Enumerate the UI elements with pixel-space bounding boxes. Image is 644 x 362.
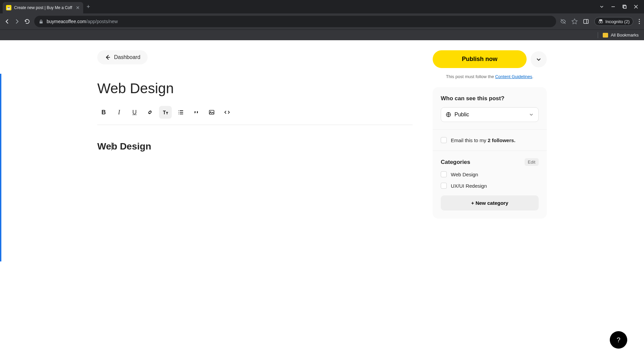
code-button[interactable] (221, 106, 233, 119)
address-bar: buymeacoffee.com/app/posts/new Incognito… (0, 13, 644, 29)
post-sidebar: Publish now This post must follow the Co… (433, 50, 547, 219)
text-size-icon (162, 109, 169, 116)
publish-options-button[interactable] (531, 51, 547, 67)
image-button[interactable] (205, 106, 218, 119)
visibility-select[interactable]: Public (441, 107, 539, 122)
svg-rect-1 (624, 6, 626, 8)
category-item: UX/UI Redesign (441, 183, 539, 189)
svg-point-8 (639, 23, 640, 24)
url-input[interactable]: buymeacoffee.com/app/posts/new (34, 16, 556, 27)
url-host: buymeacoffee.com (47, 19, 86, 24)
list-button[interactable] (174, 106, 187, 119)
window-controls (600, 5, 641, 9)
category-item: Web Design (441, 171, 539, 177)
chevron-down-icon (536, 57, 541, 62)
editor-toolbar: B I U (97, 106, 413, 125)
guideline-note: This post must follow the Content Guidel… (433, 74, 547, 79)
selection-edge (0, 74, 1, 261)
content-guidelines-link[interactable]: Content Guidelines (495, 74, 532, 79)
category-label: UX/UI Redesign (451, 183, 487, 189)
eye-off-icon[interactable] (560, 18, 566, 24)
back-label: Dashboard (114, 54, 140, 60)
divider (598, 32, 598, 38)
svg-point-5 (601, 21, 603, 23)
italic-button[interactable]: I (113, 106, 125, 119)
side-panel-icon[interactable] (583, 18, 589, 24)
link-button[interactable] (144, 106, 156, 119)
visibility-title: Who can see this post? (441, 95, 539, 102)
divider (433, 129, 547, 130)
category-label: Web Design (451, 172, 478, 177)
svg-rect-3 (584, 19, 588, 23)
folder-icon (603, 33, 608, 38)
lock-icon (39, 19, 43, 24)
new-tab-button[interactable]: + (87, 3, 90, 10)
help-button[interactable]: ? (610, 331, 627, 349)
underline-button[interactable]: U (128, 106, 141, 119)
browser-tools: Incognito (2) (560, 17, 640, 26)
page-body: Dashboard B I U (0, 40, 644, 362)
heading-button[interactable] (159, 106, 172, 119)
reload-icon[interactable] (24, 18, 30, 24)
close-window-icon[interactable] (634, 5, 638, 9)
email-checkbox[interactable] (441, 137, 447, 143)
visibility-value: Public (454, 112, 469, 118)
code-icon (224, 109, 230, 115)
bold-button[interactable]: B (97, 106, 110, 119)
bookmarks-bar: All Bookmarks (0, 29, 644, 40)
tab-title: Create new post | Buy Me a Coff (14, 5, 73, 10)
category-checkbox[interactable] (441, 171, 447, 177)
quote-button[interactable] (190, 106, 203, 119)
browser-tab-strip: ☕ Create new post | Buy Me a Coff ✕ + (0, 0, 644, 13)
content-heading: Web Design (97, 141, 413, 152)
divider (433, 150, 547, 151)
minimize-icon[interactable] (611, 5, 615, 9)
svg-rect-2 (40, 21, 43, 23)
categories-title: Categories (441, 159, 470, 166)
edit-categories-button[interactable]: Edit (525, 158, 539, 166)
svg-point-11 (178, 114, 179, 114)
email-label: Email this to my 2 followers. (451, 137, 516, 143)
editor-content[interactable]: Web Design (97, 141, 413, 152)
svg-point-6 (639, 19, 640, 20)
svg-point-9 (178, 110, 179, 111)
bookmarks-label[interactable]: All Bookmarks (611, 33, 639, 38)
chevron-down-icon (529, 112, 534, 117)
menu-icon[interactable] (639, 19, 640, 24)
globe-icon (446, 112, 451, 117)
incognito-icon (598, 19, 603, 24)
star-icon[interactable] (572, 18, 578, 24)
back-icon[interactable] (4, 18, 10, 24)
chevron-down-icon[interactable] (600, 5, 604, 9)
incognito-label: Incognito (2) (605, 19, 630, 24)
svg-point-4 (599, 21, 601, 23)
maximize-icon[interactable] (623, 5, 627, 9)
back-to-dashboard-button[interactable]: Dashboard (97, 50, 148, 64)
forward-icon[interactable] (14, 18, 20, 24)
quote-icon (193, 109, 199, 115)
browser-tab[interactable]: ☕ Create new post | Buy Me a Coff ✕ (3, 2, 83, 13)
heading-text-rest: Design (120, 141, 151, 152)
post-title-input[interactable] (97, 80, 413, 97)
text-cursor-icon (111, 142, 112, 150)
close-icon[interactable]: ✕ (76, 5, 80, 10)
list-icon (178, 109, 184, 115)
url-path: /app/posts/new (86, 19, 118, 24)
email-followers-row: Email this to my 2 followers. (441, 137, 539, 143)
settings-panel: Who can see this post? Public Email this… (433, 87, 547, 219)
editor-column: Dashboard B I U (97, 50, 413, 219)
svg-point-7 (639, 21, 640, 22)
link-icon (147, 109, 153, 115)
new-category-button[interactable]: + New category (441, 195, 539, 210)
category-checkbox[interactable] (441, 183, 447, 189)
incognito-badge[interactable]: Incognito (2) (594, 17, 633, 26)
publish-button[interactable]: Publish now (433, 50, 527, 68)
image-icon (209, 109, 215, 115)
arrow-left-icon (105, 54, 111, 60)
svg-point-10 (178, 112, 179, 113)
svg-rect-12 (209, 110, 214, 114)
favicon-icon: ☕ (6, 5, 11, 10)
